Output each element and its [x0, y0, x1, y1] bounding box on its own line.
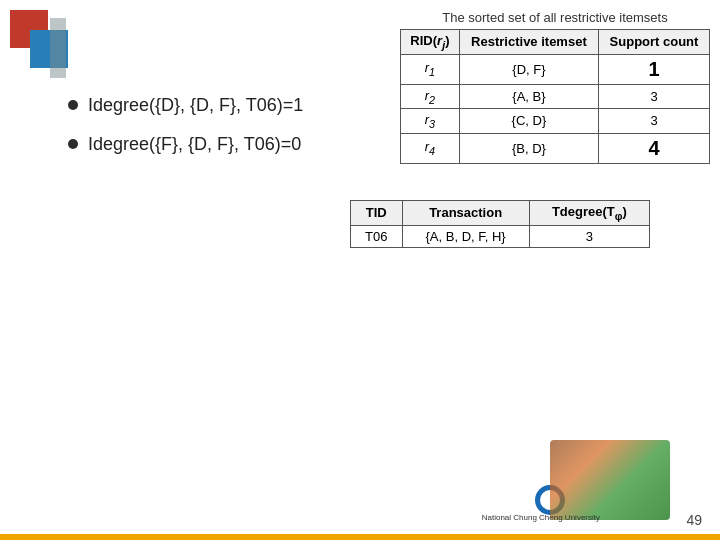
sorted-table-container: The sorted set of all restrictive itemse… [400, 10, 710, 164]
rid-cell: r4 [401, 133, 460, 163]
trans-col-tdegree: Tdegree(Tφ) [529, 201, 649, 226]
bullet-dot [68, 139, 78, 149]
itemset-cell: {B, D} [459, 133, 598, 163]
sorted-table-title: The sorted set of all restrictive itemse… [400, 10, 710, 25]
support-cell: 4 [598, 133, 709, 163]
support-cell: 3 [598, 109, 709, 134]
list-item: Idegree({D}, {D, F}, T06)=1 [68, 95, 303, 116]
transaction-table-container: TID Transaction Tdegree(Tφ) T06 {A, B, D… [350, 200, 650, 248]
decorative-squares [0, 0, 80, 100]
bullet-dot [68, 100, 78, 110]
tid-cell: T06 [351, 225, 403, 247]
rid-cell: r2 [401, 84, 460, 109]
logo-text: National Chung Cheng University [482, 513, 600, 522]
table-row: r3 {C, D} 3 [401, 109, 710, 134]
transaction-table: TID Transaction Tdegree(Tφ) T06 {A, B, D… [350, 200, 650, 248]
rid-cell: r1 [401, 54, 460, 84]
trans-col-transaction: Transaction [402, 201, 529, 226]
bullet-text-2: Idegree({F}, {D, F}, T06)=0 [88, 134, 301, 155]
list-item: Idegree({F}, {D, F}, T06)=0 [68, 134, 303, 155]
trans-col-tid: TID [351, 201, 403, 226]
bottom-bar [0, 534, 720, 540]
col-header-rid: RID(rj) [401, 30, 460, 55]
support-cell: 3 [598, 84, 709, 109]
transaction-cell: {A, B, D, F, H} [402, 225, 529, 247]
itemset-cell: {A, B} [459, 84, 598, 109]
logo-image [550, 440, 670, 520]
sorted-table: RID(rj) Restrictive itemset Support coun… [400, 29, 710, 164]
bullet-text-1: Idegree({D}, {D, F}, T06)=1 [88, 95, 303, 116]
rid-cell: r3 [401, 109, 460, 134]
itemset-cell: {C, D} [459, 109, 598, 134]
tdegree-cell: 3 [529, 225, 649, 247]
support-cell: 1 [598, 54, 709, 84]
bullet-list: Idegree({D}, {D, F}, T06)=1 Idegree({F},… [68, 95, 303, 173]
itemset-cell: {D, F} [459, 54, 598, 84]
table-row: r2 {A, B} 3 [401, 84, 710, 109]
logo-area [550, 440, 670, 520]
gray-bar [50, 18, 66, 78]
col-header-support: Support count [598, 30, 709, 55]
table-row: r1 {D, F} 1 [401, 54, 710, 84]
page-number: 49 [686, 512, 702, 528]
col-header-itemset: Restrictive itemset [459, 30, 598, 55]
table-row: r4 {B, D} 4 [401, 133, 710, 163]
table-row: T06 {A, B, D, F, H} 3 [351, 225, 650, 247]
